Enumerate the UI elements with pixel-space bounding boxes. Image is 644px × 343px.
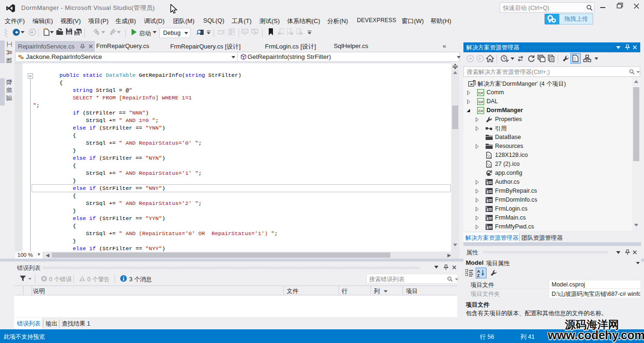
svg-text:Z: Z — [477, 273, 479, 278]
svg-text:C#: C# — [478, 109, 483, 113]
svg-text:C#: C# — [478, 100, 483, 104]
svg-text:C#: C# — [478, 91, 483, 95]
